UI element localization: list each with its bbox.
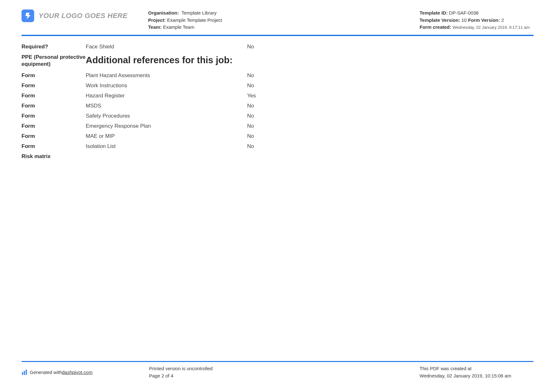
form-row-value: No xyxy=(247,113,279,119)
organisation-label: Organisation: xyxy=(148,10,179,15)
required-item: Face Shield xyxy=(86,44,247,50)
document-footer: Generated with dashpivot.com Printed ver… xyxy=(22,361,533,379)
form-row-label: Form xyxy=(22,72,86,79)
form-row-value: No xyxy=(247,103,279,109)
form-row-value: Yes xyxy=(247,93,279,99)
form-row: FormPlant Hazard AssessmentsNo xyxy=(22,70,533,81)
form-row-label: Form xyxy=(22,83,86,89)
form-created-label: Form created: xyxy=(420,24,451,30)
section-heading: Additional references for this job: xyxy=(86,54,233,69)
project-value: Example Template Project xyxy=(167,17,222,23)
form-row: FormHazard RegisterYes xyxy=(22,91,533,101)
document-body: Required? Face Shield No PPE (Personal p… xyxy=(22,36,533,162)
team-label: Team: xyxy=(148,24,162,30)
bar-chart-icon xyxy=(22,370,27,375)
risk-matrix-label: Risk matrix xyxy=(22,153,86,160)
svg-rect-0 xyxy=(22,372,23,375)
form-row-item: Work Instructions xyxy=(86,83,247,89)
form-row-value: No xyxy=(247,72,279,79)
form-row: FormIsolation ListNo xyxy=(22,141,533,151)
footer-right: This PDF was created at Wednesday, 02 Ja… xyxy=(420,365,533,379)
footer-center: Printed version is uncontrolled Page 2 o… xyxy=(149,365,420,379)
form-created-value: Wednesday, 02 January 2019, 9:17:11 am xyxy=(452,25,530,30)
pdf-created-value: Wednesday, 02 January 2019, 10:15:06 am xyxy=(420,372,533,380)
header-meta-right: Template ID: DP-SAF-0038 Template Versio… xyxy=(420,9,533,31)
ppe-heading-row: PPE (Personal protective equipment) Addi… xyxy=(22,52,533,70)
form-row: FormWork InstructionsNo xyxy=(22,81,533,91)
team-value: Example Team xyxy=(163,24,194,30)
header-meta-center: Organisation: Template Library Project: … xyxy=(148,9,420,31)
project-label: Project: xyxy=(148,17,166,23)
form-row-item: MSDS xyxy=(86,103,247,109)
logo-icon xyxy=(22,9,34,22)
form-row: FormEmergency Response PlanNo xyxy=(22,121,533,131)
form-row-item: Safety Procedures xyxy=(86,113,247,119)
page-info: Page 2 of 4 xyxy=(149,372,420,380)
svg-rect-1 xyxy=(24,371,25,375)
template-id-value: DP-SAF-0038 xyxy=(449,10,478,15)
form-row-item: Isolation List xyxy=(86,143,247,150)
form-version-label: Form Version: xyxy=(468,17,500,23)
form-row-value: No xyxy=(247,83,279,89)
form-row-label: Form xyxy=(22,113,86,119)
required-label: Required? xyxy=(22,44,86,50)
template-version-label: Template Version: xyxy=(420,17,460,23)
required-row: Required? Face Shield No xyxy=(22,42,533,52)
generated-prefix: Generated with xyxy=(30,370,62,375)
ppe-label: PPE (Personal protective equipment) xyxy=(22,54,86,68)
risk-matrix-row: Risk matrix xyxy=(22,151,533,162)
logo-block: YOUR LOGO GOES HERE xyxy=(22,9,148,22)
svg-rect-2 xyxy=(26,370,27,375)
footer-left: Generated with dashpivot.com xyxy=(22,365,149,379)
form-row-value: No xyxy=(247,143,279,150)
form-row-label: Form xyxy=(22,123,86,129)
organisation-value: Template Library xyxy=(182,10,217,15)
generated-link[interactable]: dashpivot.com xyxy=(62,370,93,375)
form-row-item: Plant Hazard Assessments xyxy=(86,72,247,79)
form-row: FormMAE or MIPNo xyxy=(22,131,533,141)
form-row-label: Form xyxy=(22,133,86,139)
required-value: No xyxy=(247,44,279,50)
form-version-value: 2 xyxy=(501,17,504,23)
form-row-item: Emergency Response Plan xyxy=(86,123,247,129)
logo-placeholder-text: YOUR LOGO GOES HERE xyxy=(39,12,128,20)
form-row-item: MAE or MIP xyxy=(86,133,247,139)
form-row-value: No xyxy=(247,133,279,139)
form-row: FormSafety ProceduresNo xyxy=(22,111,533,121)
form-row-label: Form xyxy=(22,103,86,109)
form-row-item: Hazard Register xyxy=(86,93,247,99)
template-id-label: Template ID: xyxy=(420,10,448,15)
uncontrolled-notice: Printed version is uncontrolled xyxy=(149,365,420,372)
pdf-created-label: This PDF was created at xyxy=(420,365,533,372)
template-version-value: 10 xyxy=(461,17,467,23)
form-row-value: No xyxy=(247,123,279,129)
document-header: YOUR LOGO GOES HERE Organisation: Templa… xyxy=(22,9,533,36)
form-row-label: Form xyxy=(22,93,86,99)
form-row-label: Form xyxy=(22,143,86,150)
form-row: FormMSDSNo xyxy=(22,101,533,111)
